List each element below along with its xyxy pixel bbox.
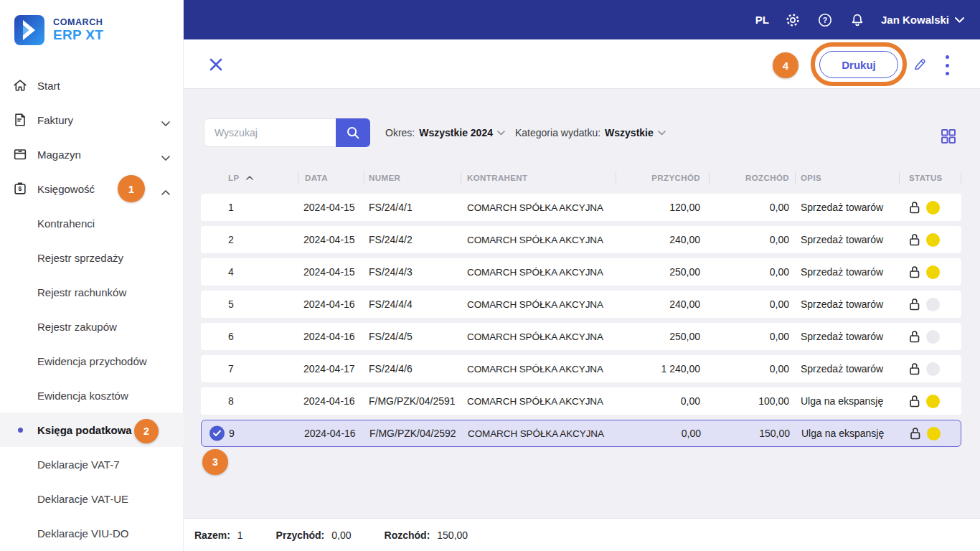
- column-header-przychod[interactable]: PRZYCHÓD: [616, 166, 709, 189]
- sidebar-nav: Start Faktury Magazyn $ Księgowość Kontr…: [0, 68, 184, 550]
- chevron-down-icon: [497, 131, 505, 136]
- cell-kontrahent: COMARCH SPÓŁKA AKCYJNA: [461, 364, 616, 375]
- period-filter-label: Okres:: [385, 127, 415, 138]
- sidebar-item-start[interactable]: Start: [0, 68, 184, 103]
- chevron-down-icon: [161, 151, 171, 158]
- table-row[interactable]: 8 2024-04-16 F/MG/PZK/04/2591 COMARCH SP…: [201, 387, 961, 415]
- cell-lp: 7: [201, 363, 298, 375]
- status-dot: [926, 298, 940, 311]
- column-header-data[interactable]: DATA: [298, 166, 364, 189]
- edit-pencil-icon[interactable]: [913, 57, 927, 72]
- cell-rozchod: 0,00: [709, 202, 795, 213]
- cell-data: 2024-04-17: [298, 363, 364, 375]
- column-header-rozchod[interactable]: ROZCHÓD: [709, 166, 795, 189]
- sidebar-item-ewidencja-kosztow[interactable]: Ewidencja kosztów: [0, 378, 184, 413]
- cell-numer: FS/24/4/1: [364, 202, 461, 213]
- language-selector[interactable]: PL: [755, 14, 769, 26]
- logo-brand-text: COMARCH: [53, 17, 103, 27]
- cell-przychod: 250,00: [616, 266, 709, 278]
- cell-numer: F/MG/PZK/04/2592: [364, 428, 461, 439]
- sidebar-item-label: Ewidencja przychodów: [37, 355, 147, 367]
- unlocked-padlock-icon: [909, 201, 920, 214]
- cell-data: 2024-04-16: [298, 395, 364, 407]
- cell-numer: FS/24/4/3: [364, 266, 461, 278]
- cell-data: 2024-04-16: [298, 298, 364, 310]
- row-selected-checkbox[interactable]: [209, 426, 225, 441]
- sidebar-item-label: Rejestr sprzedaży: [37, 252, 123, 264]
- sidebar-item-magazyn[interactable]: Magazyn: [0, 137, 184, 171]
- cell-data: 2024-04-16: [298, 428, 364, 439]
- sidebar-item-rejestr-zakupow[interactable]: Rejestr zakupów: [0, 309, 184, 344]
- table-row[interactable]: 2 2024-04-15 FS/24/4/2 COMARCH SPÓŁKA AK…: [201, 226, 961, 253]
- column-header-opis[interactable]: OPIS: [795, 166, 899, 189]
- close-icon[interactable]: [209, 57, 223, 72]
- column-header-lp[interactable]: LP: [201, 166, 298, 189]
- table-row[interactable]: 9 2024-04-16 F/MG/PZK/04/2592 COMARCH SP…: [201, 420, 961, 447]
- cell-opis: Ulga na ekspansję: [795, 395, 899, 407]
- unlocked-padlock-icon: [910, 427, 920, 440]
- table-row[interactable]: 1 2024-04-15 FS/24/4/1 COMARCH SPÓŁKA AK…: [201, 194, 961, 221]
- accounting-icon: $: [12, 181, 28, 197]
- cell-opis: Sprzedaż towarów: [795, 331, 899, 342]
- cell-status: [900, 427, 961, 441]
- cell-przychod: 240,00: [616, 234, 709, 245]
- sidebar-item-ewidencja-przychodow[interactable]: Ewidencja przychodów: [0, 344, 184, 378]
- cell-status: [899, 362, 961, 376]
- column-header-numer[interactable]: NUMER: [364, 166, 461, 189]
- sidebar-item-kontrahenci[interactable]: Kontrahenci: [0, 206, 184, 240]
- cell-numer: FS/24/4/5: [364, 331, 461, 342]
- app-logo: COMARCH ERP XT: [14, 15, 103, 45]
- user-menu[interactable]: Jan Kowalski: [881, 14, 964, 26]
- status-dot: [926, 362, 940, 376]
- top-bar: PL ? Jan Kowalski: [184, 0, 980, 39]
- cell-rozchod: 0,00: [709, 266, 795, 278]
- cell-numer: FS/24/4/6: [364, 363, 461, 375]
- search-input[interactable]: [204, 118, 336, 147]
- grid-view-icon[interactable]: [941, 128, 956, 144]
- expense-category-value: Wszystkie: [605, 127, 654, 138]
- sidebar-item-deklaracje-vat-ue[interactable]: Deklaracje VAT-UE: [0, 481, 184, 516]
- sort-ascending-icon: [246, 176, 253, 180]
- cell-przychod: 0,00: [616, 395, 709, 407]
- search-button[interactable]: [336, 118, 370, 147]
- sidebar-item-faktury[interactable]: Faktury: [0, 103, 184, 137]
- svg-text:$: $: [19, 185, 22, 192]
- sidebar-item-deklaracje-viu-do[interactable]: Deklaracje VIU-DO: [0, 516, 184, 550]
- przychod-label: Przychód:: [276, 529, 325, 541]
- cell-status: [899, 265, 961, 279]
- sidebar-item-rejestr-sprzedazy[interactable]: Rejestr sprzedaży: [0, 240, 184, 275]
- unlocked-padlock-icon: [909, 395, 920, 408]
- table-row[interactable]: 4 2024-04-15 FS/24/4/3 COMARCH SPÓŁKA AK…: [201, 258, 961, 286]
- sidebar-item-deklaracje-vat-7[interactable]: Deklaracje VAT-7: [0, 447, 184, 481]
- column-header-kontrahent[interactable]: KONTRAHENT: [461, 166, 616, 189]
- expense-category-filter-dropdown[interactable]: Kategoria wydatku: Wszystkie: [515, 118, 666, 147]
- table-row[interactable]: 7 2024-04-17 FS/24/4/6 COMARCH SPÓŁKA AK…: [201, 355, 961, 382]
- help-icon[interactable]: ?: [816, 11, 834, 29]
- print-button[interactable]: Drukuj: [819, 51, 898, 78]
- more-options-kebab-icon[interactable]: [943, 55, 951, 75]
- cell-opis: Ulga na ekspansję: [796, 428, 900, 439]
- cell-przychod: 1 240,00: [616, 363, 709, 375]
- sidebar-item-rejestr-rachunkow[interactable]: Rejestr rachunków: [0, 275, 184, 309]
- unlocked-padlock-icon: [909, 233, 920, 246]
- cell-rozchod: 150,00: [710, 428, 796, 439]
- table-row[interactable]: 6 2024-04-16 FS/24/4/5 COMARCH SPÓŁKA AK…: [201, 323, 961, 350]
- notifications-bell-icon[interactable]: [849, 11, 866, 29]
- annotation-step-4: 4: [773, 52, 798, 78]
- column-header-status[interactable]: STATUS: [899, 166, 961, 189]
- sidebar-item-label: Księgowość: [37, 183, 95, 195]
- expense-category-label: Kategoria wydatku:: [515, 127, 600, 138]
- cell-lp: 6: [201, 331, 298, 342]
- search-icon: [346, 126, 360, 140]
- annotation-step-3: 3: [202, 449, 228, 475]
- cell-opis: Sprzedaż towarów: [795, 363, 899, 375]
- cell-numer: F/MG/PZK/04/2591: [364, 395, 461, 407]
- cell-opis: Sprzedaż towarów: [795, 202, 899, 213]
- table-rows: 1 2024-04-15 FS/24/4/1 COMARCH SPÓŁKA AK…: [201, 194, 961, 452]
- chevron-up-icon: [161, 186, 171, 192]
- sidebar-item-ksiegowosc[interactable]: $ Księgowość: [0, 171, 184, 206]
- cell-numer: FS/24/4/2: [364, 234, 461, 245]
- gear-icon[interactable]: [784, 11, 801, 29]
- period-filter-dropdown[interactable]: Okres: Wszystkie 2024: [385, 118, 505, 147]
- table-row[interactable]: 5 2024-04-16 FS/24/4/4 COMARCH SPÓŁKA AK…: [201, 291, 961, 318]
